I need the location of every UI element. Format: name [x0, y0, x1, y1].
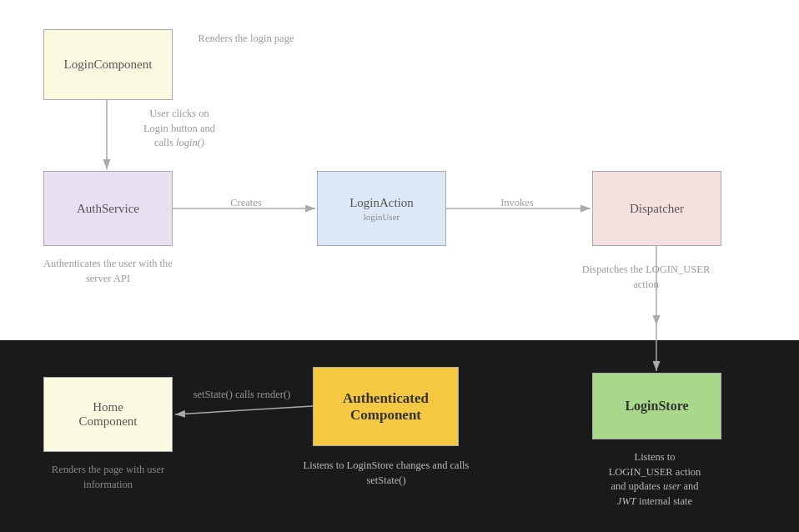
dispatcher-box: Dispatcher	[592, 171, 721, 246]
setstate-label: setState() calls render()	[188, 388, 296, 403]
listens-loginstore-label: Listens to LoginStore changes and calls …	[299, 459, 474, 488]
login-component-label: LoginComponent	[64, 58, 153, 72]
login-component-box: LoginComponent	[43, 29, 173, 100]
dispatches-label: Dispatches the LOGIN_USER action	[577, 263, 715, 292]
renders-login-page-label: Renders the login page	[192, 32, 300, 47]
renders-page-label: Renders the page with user information	[43, 463, 173, 492]
invokes-label: Invokes	[475, 196, 559, 211]
login-store-box: LoginStore	[592, 373, 721, 439]
creates-label: Creates	[200, 196, 292, 211]
login-store-label: LoginStore	[625, 399, 688, 414]
home-component-label: HomeComponent	[79, 400, 138, 429]
login-action-subtitle: loginUser	[364, 212, 400, 222]
diagram-container: LoginComponent Renders the login page Us…	[0, 0, 799, 532]
auth-service-label: AuthService	[77, 202, 139, 216]
login-action-label: LoginAction	[349, 196, 414, 210]
listens-loginuser-text: Listens toLOGIN_USER actionand updates u…	[609, 451, 701, 507]
authenticated-component-label: AuthenticatedComponent	[343, 390, 429, 424]
auth-service-box: AuthService	[43, 171, 173, 246]
home-component-box: HomeComponent	[43, 377, 173, 452]
authenticates-label: Authenticates the user with the server A…	[43, 257, 173, 286]
listens-loginuser-label: Listens toLOGIN_USER actionand updates u…	[575, 450, 734, 509]
login-action-box: LoginAction loginUser	[317, 171, 446, 246]
user-clicks-login-label: User clicks onLogin button andcalls logi…	[125, 107, 234, 151]
authenticated-component-box: AuthenticatedComponent	[313, 367, 459, 446]
dispatcher-label: Dispatcher	[630, 202, 684, 216]
